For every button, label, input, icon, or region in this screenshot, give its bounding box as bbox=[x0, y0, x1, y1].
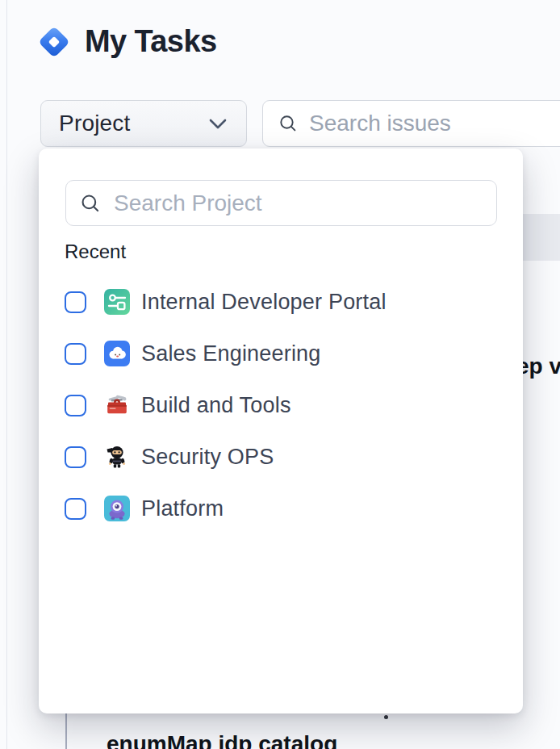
jira-logo-icon bbox=[37, 25, 71, 59]
page-title: My Tasks bbox=[85, 24, 216, 59]
background-card-border-line bbox=[65, 713, 67, 749]
my-tasks-page: { "app": { "title": "My Tasks" }, "toolb… bbox=[0, 0, 560, 749]
project-checkbox[interactable] bbox=[65, 498, 86, 520]
project-checkbox[interactable] bbox=[65, 395, 86, 416]
ninja-icon bbox=[104, 444, 130, 470]
chevron-down-icon bbox=[209, 119, 227, 129]
recent-section-label: Recent bbox=[65, 241, 126, 263]
project-option-label: Internal Developer Portal bbox=[141, 290, 387, 315]
project-option-sales-engineering[interactable]: Sales Engineering bbox=[39, 328, 523, 379]
left-page-divider bbox=[6, 0, 7, 749]
sliders-teal-icon bbox=[104, 289, 130, 315]
project-dropdown-panel: Recent Internal Developer Portal bbox=[39, 149, 523, 713]
project-filter-button[interactable]: Project bbox=[40, 100, 247, 147]
search-icon bbox=[278, 114, 298, 133]
project-checkbox[interactable] bbox=[65, 291, 86, 313]
project-option-internal-developer-portal[interactable]: Internal Developer Portal bbox=[39, 276, 523, 328]
issue-search-field[interactable] bbox=[262, 100, 560, 147]
project-filter-label: Project bbox=[59, 111, 131, 136]
project-search-input[interactable] bbox=[112, 190, 483, 217]
search-icon bbox=[80, 193, 101, 214]
project-option-label: Security OPS bbox=[141, 445, 274, 470]
cloud-face-blue-icon bbox=[104, 341, 130, 366]
toolbox-red-icon bbox=[104, 392, 130, 418]
project-option-label: Platform bbox=[141, 496, 224, 521]
project-option-build-and-tools[interactable]: Build and Tools bbox=[39, 379, 523, 431]
page-header: My Tasks bbox=[37, 24, 216, 59]
project-option-label: Build and Tools bbox=[141, 393, 291, 418]
project-checkbox[interactable] bbox=[65, 343, 86, 365]
project-option-platform[interactable]: Platform bbox=[39, 483, 523, 534]
project-checkbox[interactable] bbox=[65, 446, 86, 468]
background-task-text-fragment-right: ep v bbox=[516, 354, 560, 379]
project-option-label: Sales Engineering bbox=[141, 341, 321, 366]
alien-cyan-icon bbox=[104, 496, 130, 521]
issue-search-input[interactable] bbox=[307, 110, 560, 137]
project-options-list: Internal Developer Portal Sales Engineer… bbox=[39, 276, 523, 534]
project-search-field[interactable] bbox=[65, 180, 497, 226]
project-option-security-ops[interactable]: Security OPS bbox=[39, 431, 523, 483]
background-task-text-fragment-bottom: enumMap idp catalog bbox=[107, 731, 337, 749]
background-text-dot bbox=[384, 715, 388, 719]
